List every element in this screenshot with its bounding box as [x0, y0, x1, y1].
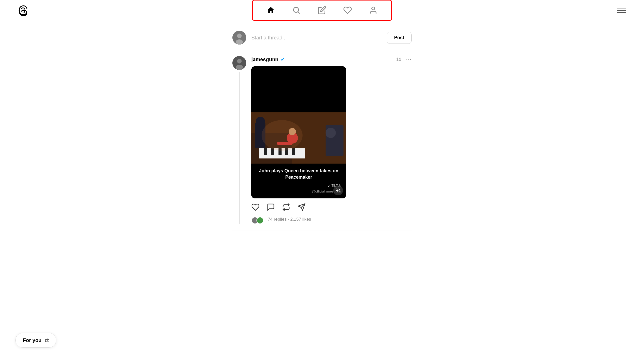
composer-avatar [232, 31, 246, 45]
like-button[interactable] [251, 203, 260, 211]
nav-compose-button[interactable] [309, 3, 335, 17]
post-video[interactable]: John plays Queen between takes on Peacem… [251, 66, 346, 198]
post-more-options[interactable]: ··· [405, 56, 412, 63]
post-button[interactable]: Post [387, 32, 412, 44]
menu-line-3 [617, 12, 626, 13]
share-button[interactable] [297, 203, 306, 211]
post-actions [251, 203, 412, 211]
svg-line-1 [298, 12, 300, 14]
post-stats-row: 74 replies · 2,157 likes [251, 215, 412, 224]
svg-point-7 [237, 59, 242, 63]
post-left-col [232, 56, 246, 224]
tiktok-username: @officialjamesgunn [256, 189, 341, 193]
menu-line-1 [617, 8, 626, 8]
replier-avatars [251, 217, 264, 224]
svg-rect-12 [264, 148, 267, 155]
svg-rect-16 [292, 148, 295, 155]
tiktok-logo-icon: ♪ [327, 183, 330, 188]
for-you-label: For you [23, 337, 41, 343]
author-username: jamesgunn [251, 57, 278, 62]
post-jamesgunn: jamesgunn ✓ 1d ··· [232, 50, 412, 230]
post-author-name[interactable]: jamesgunn ✓ [251, 56, 285, 62]
verified-badge: ✓ [281, 56, 285, 62]
nav-home-button[interactable] [258, 3, 284, 17]
nav-search-button[interactable] [284, 3, 309, 17]
top-navigation [0, 0, 644, 20]
svg-point-2 [372, 7, 374, 10]
svg-point-8 [236, 65, 243, 70]
post-meta-right: 1d ··· [396, 56, 412, 63]
threads-logo[interactable] [15, 3, 31, 18]
post-content: jamesgunn ✓ 1d ··· [251, 56, 412, 224]
svg-point-21 [256, 117, 265, 126]
svg-point-5 [236, 39, 243, 45]
thread-input[interactable]: Start a thread... [251, 34, 382, 41]
likes-count: 2,157 likes [290, 217, 311, 222]
svg-point-24 [262, 120, 303, 151]
svg-point-4 [237, 34, 242, 38]
stats-separator: · [288, 217, 289, 222]
tiktok-watermark: ♪ TikTok [256, 183, 341, 188]
video-scene [251, 112, 346, 164]
for-you-pill[interactable]: For you ⇄ [15, 333, 56, 348]
feed-container: Start a thread... Post [232, 26, 412, 230]
post-header: jamesgunn ✓ 1d ··· [251, 56, 412, 63]
post-stats: 74 replies · 2,157 likes [268, 217, 311, 222]
svg-point-23 [326, 128, 336, 138]
video-scene-container: John plays Queen between takes on Peacem… [251, 112, 346, 198]
nav-icons-group [252, 0, 392, 21]
replies-count: 74 replies [268, 217, 287, 222]
menu-button[interactable] [614, 5, 629, 16]
replier-avatar-2 [256, 217, 264, 224]
switch-icon: ⇄ [45, 337, 49, 343]
main-feed: Start a thread... Post [0, 20, 644, 236]
comment-button[interactable] [267, 203, 275, 211]
video-top-black [251, 66, 346, 112]
post-timestamp: 1d [396, 57, 401, 62]
repost-button[interactable] [282, 203, 290, 211]
nav-profile-button[interactable] [360, 3, 386, 17]
menu-line-2 [617, 10, 626, 11]
video-caption-text: John plays Queen between takes on Peacem… [256, 168, 341, 180]
thread-line [239, 72, 240, 224]
video-caption-bar: John plays Queen between takes on Peacem… [251, 164, 346, 198]
nav-activity-button[interactable] [335, 3, 360, 17]
thread-composer: Start a thread... Post [232, 26, 412, 50]
svg-point-0 [294, 7, 299, 13]
post-author-avatar[interactable] [232, 56, 246, 70]
